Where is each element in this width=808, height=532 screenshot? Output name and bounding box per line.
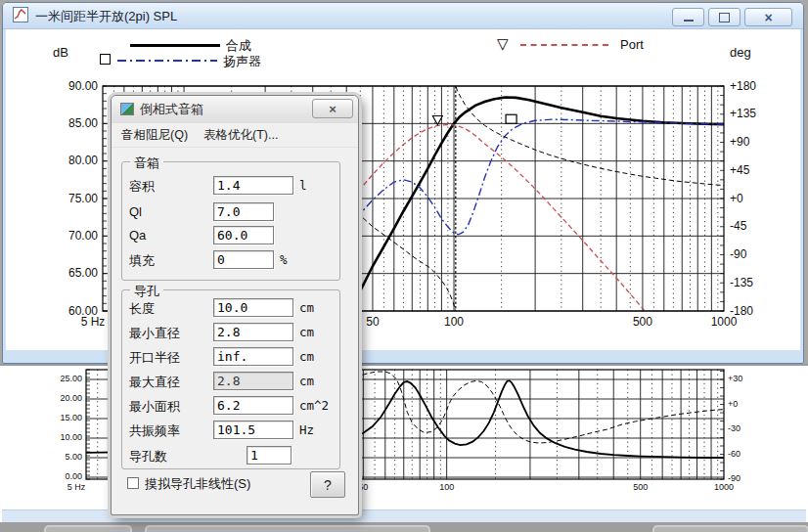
minimize-button[interactable] [672,8,704,26]
port-count-label: 导孔数 [129,448,167,466]
port-count-field[interactable] [247,446,292,465]
qa-field[interactable] [213,226,274,244]
volume-label: 容积 [129,178,155,196]
volume-unit: l [299,178,307,193]
menu-item-table-optimize[interactable]: 表格优化(T)... [203,127,278,144]
spl-window-icon [13,7,28,22]
length-label: 长度 [129,300,155,318]
close-button[interactable]: × [744,8,792,26]
min-diameter-field[interactable] [213,323,293,341]
min-diameter-unit: cm [299,325,314,339]
flare-radius-field[interactable] [213,347,293,366]
resonance-freq-field[interactable] [213,421,293,439]
min-area-unit: cm^2 [299,398,329,413]
nonlinearity-checkbox-label: 摸拟导孔非线性(S) [145,475,250,493]
close-icon: × [329,102,337,116]
dialog-title: 倒相式音箱 [140,101,203,118]
legend-label-port: Port [620,37,644,52]
max-diameter-label: 最大直径 [129,374,180,391]
port-group-title: 导孔 [130,283,163,300]
nonlinearity-checkbox[interactable] [127,477,139,489]
help-button[interactable]: ? [310,471,345,498]
legend-line-speaker [117,60,217,62]
legend-line-port [520,44,608,46]
close-icon: × [764,10,772,25]
qa-label: Qa [129,228,146,243]
flare-radius-unit: cm [299,349,314,364]
ql-label: Ql [129,204,142,219]
screen: 25.0020.0015.0010.005.000.00+30+0-30-60-… [0,0,808,532]
background-window-edge [44,525,132,532]
legend-line-composite [130,44,220,47]
fill-unit: % [280,252,288,267]
maximize-button[interactable] [708,8,741,26]
menu-item-damping[interactable]: 音相阻尼(Q) [121,127,188,144]
maximize-icon [719,13,730,22]
ql-field[interactable] [213,202,274,221]
volume-field[interactable] [213,176,293,195]
max-diameter-unit: cm [299,374,314,388]
min-area-label: 最小面积 [129,398,180,416]
triangle-marker-icon: ▽ [497,35,509,53]
window-title: 一米间距半开放(2pi) SPL [35,8,177,25]
min-area-field[interactable] [213,396,293,415]
minimize-icon [684,14,694,22]
legend-label-speaker: 扬声器 [223,53,261,70]
length-field[interactable] [213,298,293,317]
fill-label: 填充 [129,252,155,270]
dialog-icon [120,103,134,115]
right-axis-unit: deg [730,45,751,60]
fill-field[interactable] [213,250,274,269]
resonance-freq-unit: Hz [299,422,314,437]
max-diameter-field [213,372,293,390]
help-label: ? [324,477,332,493]
background-window-edge [652,525,808,532]
resonance-freq-label: 共振频率 [129,422,180,440]
length-unit: cm [299,300,314,315]
box-group-title: 音箱 [130,155,163,172]
dialog-close-button[interactable]: × [312,99,353,118]
left-axis-unit: dB [53,45,68,60]
square-marker-icon [100,54,111,65]
background-window-edge [145,525,430,532]
min-diameter-label: 最小直径 [129,325,180,342]
flare-radius-label: 开口半径 [129,349,180,367]
